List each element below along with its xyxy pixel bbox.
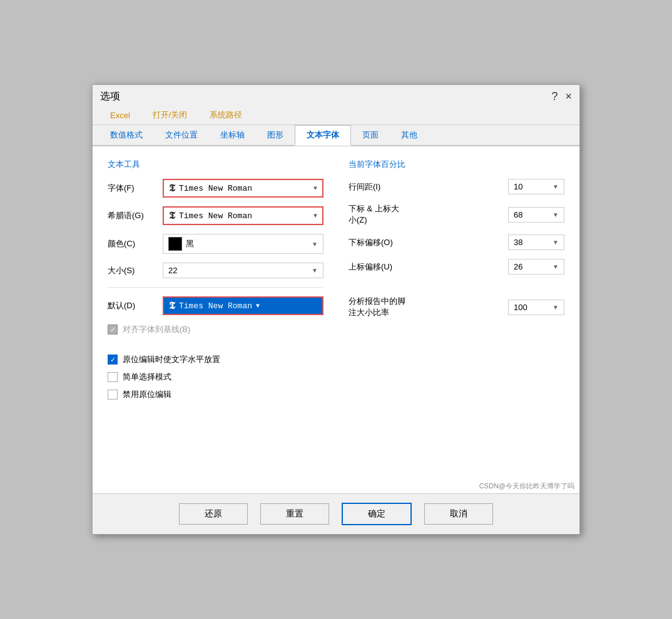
sub-super-arrow: ▼	[552, 211, 559, 218]
tab-file-location[interactable]: 文件位置	[154, 126, 209, 144]
tabs-container: Excel 打开/关闭 系统路径 数值格式 文件位置 坐标轴 图形 文本字体 页…	[93, 106, 579, 146]
font-dropdown-wrapper: 𝕿 Times New Roman ▼	[163, 179, 323, 198]
checkbox-inline-edit-label: 原位编辑时使文字水平放置	[123, 354, 220, 365]
footnote-value: 100	[514, 303, 527, 312]
tab-graph[interactable]: 图形	[256, 126, 295, 144]
checkbox-disable-inline-label: 禁用原位编辑	[123, 389, 171, 400]
restore-button[interactable]: 还原	[179, 503, 248, 525]
sub-super-value: 68	[514, 210, 522, 219]
sub-offset-arrow: ▼	[552, 239, 559, 246]
checkbox-row-0: 原位编辑时使文字水平放置	[108, 354, 323, 365]
color-dropdown[interactable]: 黑 ▼	[163, 234, 323, 254]
default-dropdown[interactable]: 𝕿 Times New Roman ▼	[163, 296, 323, 315]
title-bar: 选项 ? ×	[93, 85, 579, 106]
tab-text-font[interactable]: 文本字体	[295, 125, 351, 146]
footnote-arrow: ▼	[552, 304, 559, 311]
sub-super-label: 下标 & 上标大小(Z)	[349, 203, 503, 226]
super-offset-dropdown[interactable]: 26 ▼	[508, 259, 564, 274]
reset-button[interactable]: 重置	[260, 503, 329, 525]
line-spacing-dropdown[interactable]: 10 ▼	[508, 179, 564, 194]
size-dropdown-arrow: ▼	[312, 267, 318, 274]
align-label: 对齐字体到基线(B)	[123, 324, 190, 335]
checkbox-row-1: 简单选择模式	[108, 371, 323, 383]
default-label: 默认(D)	[108, 300, 158, 311]
greek-dropdown-arrow: ▼	[313, 213, 317, 219]
size-row: 大小(S) 22 ▼	[108, 263, 323, 278]
secondary-tabs-row: 数值格式 文件位置 坐标轴 图形 文本字体 页面 其他	[93, 125, 579, 146]
greek-dropdown[interactable]: 𝕿 Times New Roman ▼	[163, 206, 323, 225]
super-offset-arrow: ▼	[552, 263, 559, 270]
default-font-name-value: Times New Roman	[179, 301, 252, 311]
font-row: 字体(F) 𝕿 Times New Roman ▼	[108, 179, 323, 198]
greek-font-name-value: Times New Roman	[179, 211, 310, 221]
cancel-button[interactable]: 取消	[424, 503, 493, 525]
checkbox-simple-select[interactable]	[108, 372, 118, 382]
font-label: 字体(F)	[108, 183, 158, 194]
sub-offset-dropdown[interactable]: 38 ▼	[508, 234, 564, 250]
line-spacing-value: 10	[514, 182, 522, 191]
greek-font-t-icon: 𝕿	[169, 210, 175, 221]
default-dropdown-arrow: ▼	[256, 303, 260, 310]
greek-row: 希腊语(G) 𝕿 Times New Roman ▼	[108, 206, 323, 225]
tab-page[interactable]: 页面	[351, 126, 390, 144]
sub-super-dropdown[interactable]: 68 ▼	[508, 207, 564, 223]
tab-open-close[interactable]: 打开/关闭	[141, 106, 199, 124]
right-panel: 当前字体百分比 行间距(I) 10 ▼ 下标 & 上标大小(Z) 68 ▼ 下标…	[349, 159, 564, 468]
checkbox-row-2: 禁用原位编辑	[108, 389, 323, 400]
tab-excel[interactable]: Excel	[99, 107, 141, 124]
help-icon[interactable]: ?	[551, 90, 557, 103]
close-icon[interactable]: ×	[565, 90, 572, 103]
tab-system-path[interactable]: 系统路径	[198, 106, 253, 124]
align-checkbox-row: 对齐字体到基线(B)	[108, 324, 323, 335]
font-name-value: Times New Roman	[179, 184, 310, 193]
line-spacing-label: 行间距(I)	[349, 181, 503, 193]
greek-label: 希腊语(G)	[108, 210, 158, 221]
title-bar-controls: ? ×	[551, 90, 572, 103]
size-label: 大小(S)	[108, 265, 158, 276]
footnote-row: 分析报告中的脚注大小比率 100 ▼	[349, 296, 564, 318]
text-tools-title: 文本工具	[108, 159, 323, 170]
color-dropdown-arrow: ▼	[312, 241, 318, 248]
sub-offset-row: 下标偏移(O) 38 ▼	[349, 234, 564, 250]
size-dropdown[interactable]: 22 ▼	[163, 263, 323, 278]
sub-offset-label: 下标偏移(O)	[349, 237, 503, 248]
footnote-dropdown[interactable]: 100 ▼	[508, 299, 564, 315]
align-checkbox[interactable]	[108, 325, 118, 335]
footnote-label: 分析报告中的脚注大小比率	[349, 296, 503, 318]
color-dropdown-wrapper: 黑 ▼	[163, 234, 323, 254]
super-offset-value: 26	[514, 262, 522, 271]
font-dropdown-arrow: ▼	[313, 185, 317, 192]
watermark: CSDN@今天你比昨天博学了吗	[93, 480, 579, 493]
font-t-icon: 𝕿	[169, 183, 175, 194]
sub-super-row: 下标 & 上标大小(Z) 68 ▼	[349, 203, 564, 226]
left-panel: 文本工具 字体(F) 𝕿 Times New Roman ▼ 希腊语(G)	[108, 159, 323, 468]
line-spacing-arrow: ▼	[552, 183, 559, 190]
checkbox-disable-inline[interactable]	[108, 390, 118, 400]
options-dialog: 选项 ? × Excel 打开/关闭 系统路径 数值格式 文件位置 坐标轴 图形…	[92, 84, 580, 535]
default-dropdown-wrapper: 𝕿 Times New Roman ▼	[163, 296, 323, 315]
tab-axis[interactable]: 坐标轴	[209, 126, 256, 144]
super-offset-row: 上标偏移(U) 26 ▼	[349, 259, 564, 274]
right-section-title: 当前字体百分比	[349, 159, 564, 170]
checkbox-simple-select-label: 简单选择模式	[123, 371, 171, 383]
size-value: 22	[168, 266, 177, 275]
checkbox-inline-edit[interactable]	[108, 355, 118, 365]
tab-number-format[interactable]: 数值格式	[99, 126, 154, 144]
color-swatch	[168, 237, 182, 251]
tab-other[interactable]: 其他	[390, 126, 429, 144]
divider	[108, 287, 323, 288]
font-dropdown[interactable]: 𝕿 Times New Roman ▼	[163, 179, 323, 198]
line-spacing-row: 行间距(I) 10 ▼	[349, 179, 564, 194]
greek-dropdown-wrapper: 𝕿 Times New Roman ▼	[163, 206, 323, 225]
footer-area: 还原 重置 确定 取消	[93, 493, 579, 534]
size-dropdown-wrapper: 22 ▼	[163, 263, 323, 278]
ok-button[interactable]: 确定	[342, 503, 412, 525]
color-value: 黑	[186, 238, 194, 249]
default-font-t-icon: 𝕿	[169, 300, 175, 311]
sub-offset-value: 38	[514, 238, 522, 247]
color-label: 颜色(C)	[108, 238, 158, 249]
color-row: 颜色(C) 黑 ▼	[108, 234, 323, 254]
super-offset-label: 上标偏移(U)	[349, 261, 503, 273]
dialog-title: 选项	[100, 90, 120, 103]
default-row: 默认(D) 𝕿 Times New Roman ▼	[108, 296, 323, 315]
